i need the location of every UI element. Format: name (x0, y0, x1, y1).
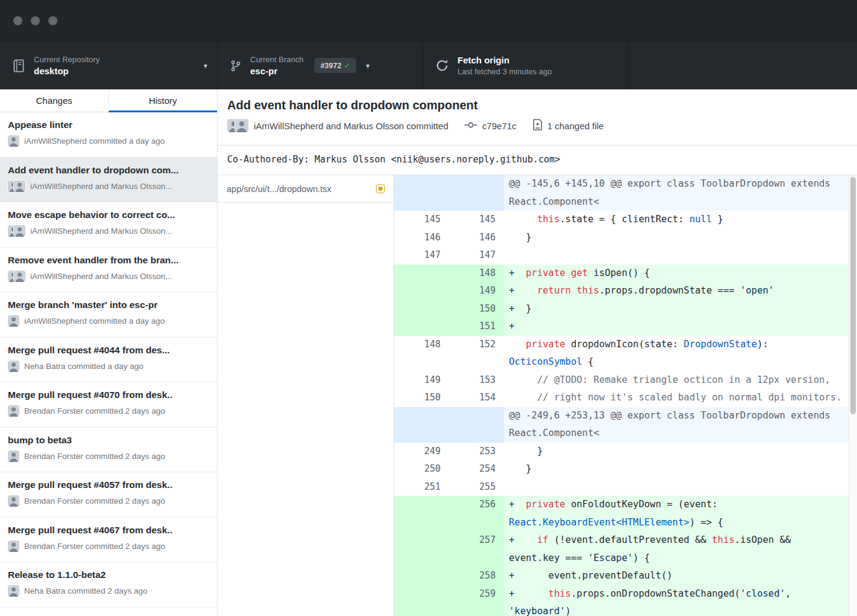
avatar (8, 405, 19, 417)
diff-content: app/src/ui/t.../dropdown.tsx @@ -145,6 +… (218, 175, 857, 616)
avatar (8, 585, 19, 597)
diff-line-content: + private get isOpen() { (504, 265, 849, 283)
changed-files-item: 1 changed file (532, 119, 604, 132)
diff-new-line-number: 255 (449, 478, 504, 496)
commit-row-title: Merge pull request #4067 from desk.. (8, 524, 209, 536)
commit-row-meta-text: Brendan Forster committed 2 days ago (24, 452, 165, 461)
commit-list-item[interactable]: Merge pull request #4057 from desk..Bren… (0, 472, 217, 518)
commit-avatars (8, 451, 19, 462)
avatar (8, 315, 19, 327)
diff-line-content (504, 246, 849, 265)
diff-old-line-number: 250 (394, 460, 449, 478)
zoom-window-button[interactable] (48, 16, 57, 25)
diff-context-line: 146146 } (394, 229, 849, 247)
diff-added-line: 257+ if (!event.defaultPrevented && this… (394, 531, 849, 567)
diff-added-line: 259+ this.props.onDropdownStateChanged('… (394, 585, 849, 616)
avatar (14, 181, 25, 192)
diff-context-line: 147147 (394, 246, 849, 265)
repository-label: Current Repository (34, 55, 194, 64)
diff-added-line: 149+ return this.props.dropdownState ===… (394, 282, 849, 300)
avatar (8, 495, 19, 507)
chevron-down-icon: ▾ (204, 62, 207, 70)
fetch-origin-button[interactable]: Fetch origin Last fetched 3 minutes ago (423, 42, 629, 89)
diff-old-line-number (394, 175, 449, 211)
fetch-subtitle: Last fetched 3 minutes ago (458, 67, 552, 76)
commit-header: Add event handler to dropdown component … (218, 89, 857, 145)
commit-list: Appease linteriAmWillShepherd committed … (0, 112, 217, 616)
repository-name: desktop (34, 66, 194, 76)
diff-context-line: 149153 // @TODO: Remake triangle octicon… (394, 371, 849, 390)
commit-row-title: Add event handler to dropdown com... (8, 164, 209, 176)
repository-picker-button[interactable]: Current Repository desktop ▾ (0, 42, 218, 89)
commit-row-meta-text: iAmWillShepherd and Markus Olsson... (30, 272, 172, 281)
commit-list-item[interactable]: Remove event handler from the bran...iAm… (0, 248, 217, 293)
diff-line-content: } (504, 443, 849, 461)
commit-list-item[interactable]: Appease linteriAmWillShepherd committed … (0, 112, 217, 158)
commit-row-title: Move escape behavior to correct co... (8, 209, 209, 221)
titlebar (0, 0, 857, 41)
commit-list-item[interactable]: Merge pull request #4052 from d... (0, 608, 217, 616)
diff-hunk-header: @@ -145,6 +145,10 @@ export class Toolba… (394, 175, 849, 211)
scrollbar-thumb[interactable] (850, 177, 856, 414)
diff-new-line-number: 147 (449, 246, 504, 265)
commit-avatars (8, 225, 25, 237)
tab-history[interactable]: History (108, 89, 217, 112)
github-desktop-window: Current Repository desktop ▾ Current Bra… (0, 0, 857, 616)
diff-old-line-number: 251 (394, 478, 449, 496)
toolbar: Current Repository desktop ▾ Current Bra… (0, 41, 857, 89)
diff-new-line-number (449, 175, 504, 211)
commit-avatars (8, 541, 19, 552)
diff-old-line-number (394, 567, 449, 585)
diff-line-content: // @TODO: Remake triangle octicon in a 1… (504, 371, 849, 390)
sync-icon (435, 59, 449, 72)
commit-row-meta: Neha Batra committed a day ago (8, 361, 209, 372)
branch-picker-button[interactable]: Current Branch esc-pr #3972✓ ▾ (218, 42, 423, 89)
commit-list-item[interactable]: Merge branch 'master' into esc-priAmWill… (0, 292, 217, 338)
diff-context-line: 148152 private dropdownIcon(state: Dropd… (394, 336, 849, 371)
commit-description: Co-Authored-By: Markus Olsson <niik@user… (218, 145, 857, 175)
commit-list-item[interactable]: Add event handler to dropdown com...iAmW… (0, 158, 217, 203)
tab-changes[interactable]: Changes (0, 89, 108, 112)
commit-row-meta: iAmWillShepherd committed a day ago (8, 135, 209, 147)
commit-row-meta: Brendan Forster committed 2 days ago (8, 541, 209, 552)
commit-row-title: Merge branch 'master' into esc-pr (8, 299, 209, 311)
commit-row-meta: iAmWillShepherd committed a day ago (8, 315, 209, 327)
diff-body: @@ -145,6 +145,10 @@ export class Toolba… (394, 175, 849, 616)
diff-line-content: @@ -249,6 +253,13 @@ export class Toolba… (504, 407, 849, 443)
diff-context-line: 145145 this.state = { clientRect: null } (394, 211, 849, 229)
commit-row-title: Merge pull request #4044 from des... (8, 344, 209, 356)
commit-avatars (8, 495, 19, 507)
git-commit-icon (464, 120, 477, 132)
diff-new-line-number: 148 (449, 265, 504, 283)
commit-row-meta: Brendan Forster committed 2 days ago (8, 451, 209, 462)
commit-list-item[interactable]: Merge pull request #4070 from desk..Bren… (0, 382, 217, 428)
diff-new-line-number: 154 (449, 389, 504, 407)
repo-icon (12, 59, 25, 73)
avatar (8, 451, 19, 462)
commit-row-meta-text: iAmWillShepherd committed a day ago (24, 316, 165, 326)
diff-scrollbar[interactable] (849, 175, 857, 616)
commit-row-meta-text: Brendan Forster committed 2 days ago (24, 406, 165, 415)
file-list-item[interactable]: app/src/ui/t.../dropdown.tsx (218, 175, 393, 203)
commit-row-meta-text: iAmWillShepherd and Markus Olsson... (30, 226, 172, 236)
commit-list-item[interactable]: Merge pull request #4044 from des...Neha… (0, 338, 217, 383)
git-branch-icon (230, 59, 242, 73)
commit-list-item[interactable]: bump to beta3Brendan Forster committed 2… (0, 428, 217, 473)
diff-added-line: 258+ event.preventDefault() (394, 567, 849, 585)
commit-row-meta: Brendan Forster committed 2 days ago (8, 495, 209, 507)
avatar (14, 271, 25, 282)
close-window-button[interactable] (13, 16, 22, 25)
fetch-title: Fetch origin (458, 55, 552, 65)
diff-old-line-number (394, 318, 449, 336)
diff-line-content: + event.preventDefault() (504, 567, 849, 585)
commit-list-item[interactable]: Move escape behavior to correct co...iAm… (0, 202, 217, 248)
diff-old-line-number (394, 496, 449, 531)
avatar (8, 541, 19, 552)
minimize-window-button[interactable] (31, 16, 40, 25)
diff-new-line-number (449, 407, 504, 443)
diff-old-line-number: 148 (394, 336, 449, 371)
diff-context-line: 251255 (394, 478, 849, 496)
commit-list-item[interactable]: Release to 1.1.0-beta2Neha Batra committ… (0, 562, 217, 608)
diff-new-line-number: 151 (449, 318, 504, 336)
commit-list-item[interactable]: Merge pull request #4067 from desk..Bren… (0, 518, 217, 563)
